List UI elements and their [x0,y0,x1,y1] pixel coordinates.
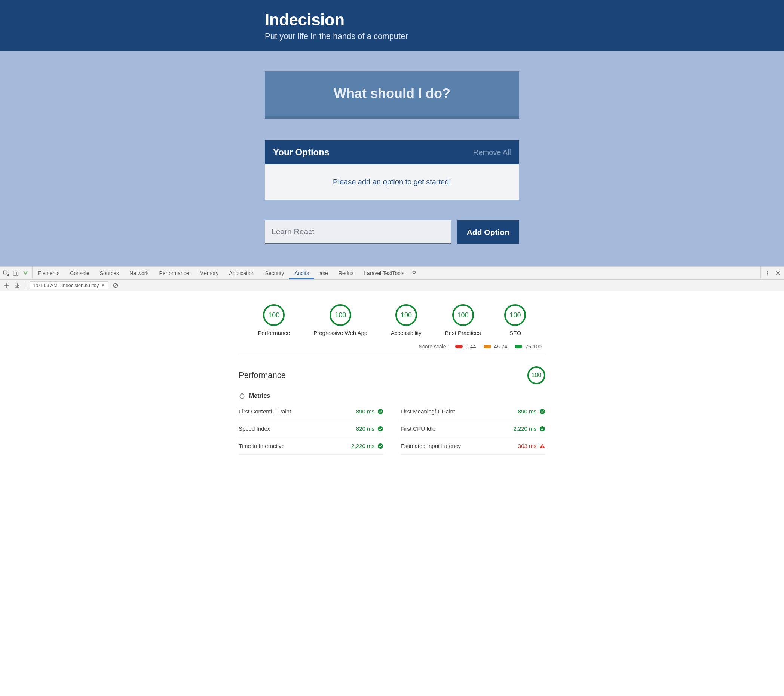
check-circle-icon [539,426,545,432]
inspect-element-icon[interactable] [3,270,9,276]
score-label: Accessibility [391,330,422,336]
score-label: Performance [258,330,290,336]
score-ring: 100 [395,304,417,326]
options-header: Your Options Remove All [265,140,519,164]
devtools-panel: Elements Console Sources Network Perform… [0,266,784,470]
options-panel: Your Options Remove All Please add an op… [265,140,519,200]
score-ring: 100 [452,304,474,326]
audit-run-select[interactable]: 1:01:03 AM - indecision.builtby ▼ [30,281,108,289]
metric-fcp: First Contentful Paint 890 ms [239,403,384,420]
metric-fmp: First Meaningful Paint 890 ms [400,403,545,420]
score-seo[interactable]: 100 SEO [504,304,526,336]
score-label: SEO [509,330,521,336]
overflow-tabs-icon[interactable] [411,270,417,276]
tab-axe[interactable]: axe [314,267,333,279]
svg-point-12 [540,426,545,431]
scale-label: Score scale: [419,343,448,350]
tab-performance[interactable]: Performance [154,267,194,279]
performance-section: Performance 100 Metrics First Contentful… [239,355,545,455]
score-ring: 100 [504,304,526,326]
option-input[interactable] [265,220,451,244]
device-toggle-icon[interactable] [13,270,19,276]
new-audit-icon[interactable] [4,282,10,289]
devtools-tabstrip: Elements Console Sources Network Perform… [0,267,784,280]
add-option-button[interactable]: Add Option [457,220,519,244]
app-viewport: Indecision Put your life in the hands of… [0,0,784,266]
tab-security[interactable]: Security [260,267,290,279]
score-label: Progressive Web App [313,330,367,336]
what-should-i-do-button[interactable]: What should I do? [265,71,519,119]
check-circle-icon [377,409,384,415]
check-circle-icon [539,409,545,415]
audits-toolbar: 1:01:03 AM - indecision.builtby ▼ [0,280,784,292]
performance-heading: Performance [239,371,286,380]
tab-application[interactable]: Application [224,267,260,279]
metrics-heading: Metrics [249,393,270,399]
svg-point-9 [378,426,383,431]
clear-audit-icon[interactable] [113,282,119,289]
metric-value: 2,220 ms [351,443,374,449]
metric-speed-index: Speed Index 820 ms [239,420,384,437]
metric-value: 2,220 ms [513,426,536,432]
tab-audits[interactable]: Audits [289,267,314,279]
score-summary: 100 Performance 100 Progressive Web App … [239,300,545,343]
stopwatch-icon [239,393,245,399]
svg-point-11 [540,409,545,414]
audit-report: 100 Performance 100 Progressive Web App … [0,292,784,470]
warning-triangle-icon [539,443,545,449]
performance-section-score: 100 [527,366,545,384]
metrics-grid: First Contentful Paint 890 ms Speed Inde… [239,403,545,455]
dropdown-triangle-icon: ▼ [101,283,105,287]
metric-value: 820 ms [356,426,374,432]
download-report-icon[interactable] [14,282,20,289]
app-title: Indecision [265,10,519,29]
kebab-menu-icon[interactable] [764,270,771,276]
tab-sources[interactable]: Sources [95,267,124,279]
score-ring: 100 [263,304,285,326]
svg-point-8 [378,409,383,414]
remove-all-button[interactable]: Remove All [473,148,511,157]
options-empty-message: Please add an option to get started! [265,164,519,200]
tab-laravel[interactable]: Laravel TestTools [359,267,410,279]
metric-first-cpu-idle: First CPU Idle 2,220 ms [400,420,545,437]
check-circle-icon [377,443,384,449]
close-devtools-icon[interactable] [775,270,781,276]
tab-memory[interactable]: Memory [194,267,224,279]
score-label: Best Practices [445,330,481,336]
svg-rect-14 [542,447,543,448]
tab-redux[interactable]: Redux [333,267,359,279]
svg-point-10 [378,444,383,449]
scale-range-fail: 0-44 [455,343,476,350]
score-pwa[interactable]: 100 Progressive Web App [313,304,367,336]
audit-run-label: 1:01:03 AM - indecision.builtby [33,282,99,288]
tab-network[interactable]: Network [124,267,154,279]
check-circle-icon [377,426,384,432]
app-subtitle: Put your life in the hands of a computer [265,31,519,41]
svg-point-3 [767,270,768,272]
metric-value: 890 ms [356,408,374,415]
svg-point-5 [767,274,768,275]
svg-rect-1 [13,271,16,275]
svg-rect-2 [16,272,18,275]
scale-range-pass: 75-100 [515,343,542,350]
svg-point-4 [767,272,768,274]
metric-input-latency: Estimated Input Latency 303 ms [400,437,545,455]
tab-elements[interactable]: Elements [33,267,65,279]
score-accessibility[interactable]: 100 Accessibility [391,304,422,336]
metric-value: 890 ms [518,408,536,415]
score-performance[interactable]: 100 Performance [258,304,290,336]
score-scale-legend: Score scale: 0-44 45-74 75-100 [239,343,545,355]
app-header: Indecision Put your life in the hands of… [0,0,784,51]
options-title: Your Options [273,147,329,158]
score-ring: 100 [329,304,351,326]
score-best-practices[interactable]: 100 Best Practices [445,304,481,336]
scale-range-average: 45-74 [484,343,507,350]
metric-tti: Time to Interactive 2,220 ms [239,437,384,455]
tab-console[interactable]: Console [65,267,94,279]
svg-rect-13 [542,445,543,447]
vue-devtools-icon[interactable] [23,270,28,276]
add-option-form: Add Option [265,220,519,244]
metric-value: 303 ms [518,443,536,449]
